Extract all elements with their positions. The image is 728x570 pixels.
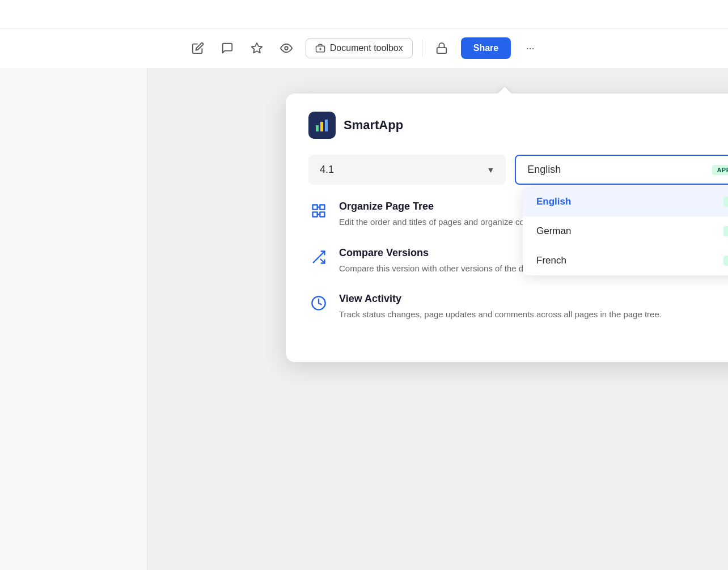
app-name: SmartApp bbox=[344, 118, 403, 133]
svg-marker-0 bbox=[252, 43, 262, 53]
more-options-button[interactable]: ··· bbox=[520, 38, 540, 58]
doc-toolbox-button[interactable]: Document toolbox bbox=[306, 38, 413, 58]
comment-icon[interactable] bbox=[217, 38, 238, 58]
activity-title: View Activity bbox=[339, 293, 662, 305]
version-select[interactable]: 4.1 ▼ bbox=[308, 155, 506, 185]
panel-header: SmartApp bbox=[308, 112, 728, 139]
dropdown-item-english[interactable]: English APPROVED bbox=[523, 187, 728, 216]
svg-rect-10 bbox=[313, 205, 318, 210]
version-chevron: ▼ bbox=[486, 165, 494, 175]
content-area: SmartApp bbox=[0, 68, 728, 570]
share-button[interactable]: Share bbox=[461, 37, 511, 59]
german-badge: APPROVED bbox=[723, 226, 728, 236]
svg-rect-12 bbox=[320, 212, 324, 216]
svg-point-1 bbox=[285, 46, 288, 50]
approved-badge: APPROVED bbox=[712, 165, 728, 175]
language-select[interactable]: English APPROVED ▼ English APPROVED Germ… bbox=[515, 155, 728, 185]
edit-icon[interactable] bbox=[188, 38, 208, 58]
document-toolbox-panel: SmartApp bbox=[286, 93, 728, 362]
toolbar: Document toolbox Share ··· bbox=[0, 28, 728, 68]
top-bar bbox=[0, 0, 728, 28]
compare-icon bbox=[308, 247, 329, 267]
selectors-row: 4.1 ▼ English APPROVED ▼ English APPROVE… bbox=[308, 155, 728, 185]
toolbar-divider bbox=[422, 40, 422, 57]
dropdown-item-german[interactable]: German APPROVED bbox=[523, 216, 728, 246]
version-value: 4.1 bbox=[320, 164, 334, 176]
svg-rect-5 bbox=[437, 48, 447, 53]
view-activity-item[interactable]: View Activity Track status changes, page… bbox=[308, 293, 728, 321]
activity-desc: Track status changes, page updates and c… bbox=[339, 308, 662, 321]
dropdown-item-french[interactable]: French APPROVED bbox=[523, 246, 728, 275]
french-badge: APPROVED bbox=[723, 256, 728, 266]
organize-icon bbox=[308, 201, 329, 221]
lock-icon[interactable] bbox=[431, 38, 452, 58]
svg-rect-11 bbox=[320, 205, 324, 210]
english-badge: APPROVED bbox=[723, 197, 728, 207]
svg-rect-6 bbox=[316, 125, 319, 131]
app-info: SmartApp bbox=[308, 112, 403, 139]
svg-rect-13 bbox=[313, 212, 318, 216]
star-icon[interactable] bbox=[247, 38, 267, 58]
app-icon bbox=[308, 112, 336, 139]
language-select-left: English bbox=[527, 164, 561, 176]
activity-icon bbox=[308, 293, 329, 313]
toolbox-icon bbox=[315, 43, 325, 53]
selected-language: English bbox=[527, 164, 561, 176]
language-dropdown: English APPROVED German APPROVED French … bbox=[523, 187, 728, 275]
doc-toolbox-label: Document toolbox bbox=[330, 43, 403, 53]
svg-rect-8 bbox=[325, 120, 328, 131]
view-icon[interactable] bbox=[276, 38, 297, 58]
left-sidebar bbox=[0, 68, 147, 570]
svg-rect-7 bbox=[320, 122, 323, 131]
